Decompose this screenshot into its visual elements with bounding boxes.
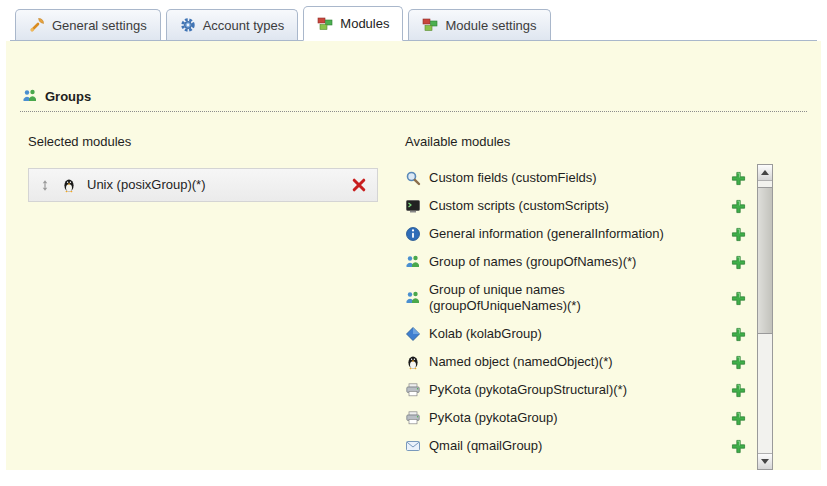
drag-icon[interactable]: [39, 178, 51, 193]
modules-icon: [422, 17, 438, 33]
available-modules-list: Custom fields (customFields) Custom scri…: [405, 164, 752, 470]
tab-account-types[interactable]: Account types: [166, 9, 299, 40]
tux-icon: [61, 177, 77, 193]
tab-label: General settings: [52, 18, 147, 33]
available-module-row: Group of names (groupOfNames)(*): [405, 248, 752, 276]
selected-modules-heading: Selected modules: [28, 134, 395, 150]
module-label: Group of names (groupOfNames)(*): [429, 254, 636, 270]
tab-label: Modules: [340, 16, 389, 31]
info-icon: [405, 226, 421, 242]
tab-general-settings[interactable]: General settings: [15, 9, 161, 40]
module-label: Unix (posixGroup)(*): [87, 177, 205, 193]
arrow-up-icon: [761, 170, 769, 175]
module-label: Kolab (kolabGroup): [429, 326, 542, 342]
add-icon[interactable]: [731, 439, 746, 454]
lam-configuration-page: General settings Account types Modules M…: [0, 0, 827, 486]
add-icon[interactable]: [731, 227, 746, 242]
module-label: General information (generalInformation): [429, 226, 664, 242]
selected-module-row[interactable]: Unix (posixGroup)(*): [28, 168, 378, 202]
section-header: Groups: [20, 88, 807, 112]
available-module-row: General information (generalInformation): [405, 220, 752, 248]
arrow-down-icon: [761, 459, 769, 464]
add-icon[interactable]: [731, 199, 746, 214]
available-module-row: Group of unique names (groupOfUniqueName…: [405, 276, 752, 320]
module-label: Group of unique names (groupOfUniqueName…: [429, 282, 697, 314]
tab-modules[interactable]: Modules: [303, 6, 403, 41]
add-icon[interactable]: [731, 383, 746, 398]
available-module-row: PyKota (pykotaGroup): [405, 404, 752, 432]
add-icon[interactable]: [731, 411, 746, 426]
tools-icon: [29, 17, 45, 33]
modules-columns: Selected modules Unix (posixGroup)(*) Av…: [20, 112, 807, 470]
gear-icon: [180, 17, 196, 33]
module-label: Qmail (qmailGroup): [429, 438, 542, 454]
scrollbar-up-button[interactable]: [758, 165, 772, 181]
tab-module-settings[interactable]: Module settings: [408, 9, 550, 40]
add-icon[interactable]: [731, 255, 746, 270]
kolab-icon: [405, 326, 421, 342]
tab-bar: General settings Account types Modules M…: [10, 8, 817, 41]
add-icon[interactable]: [731, 291, 746, 306]
delete-icon[interactable]: [351, 177, 367, 193]
module-label: Named object (namedObject)(*): [429, 354, 613, 370]
available-modules-column: Available modules Custom fields (customF…: [395, 134, 807, 470]
selected-modules-list: Unix (posixGroup)(*): [28, 168, 395, 202]
available-module-row: PyKota (pykotaGroupStructural)(*): [405, 376, 752, 404]
terminal-icon: [405, 198, 421, 214]
available-module-row: Qmail (qmailGroup): [405, 432, 752, 460]
available-modules-heading: Available modules: [405, 134, 773, 150]
module-label: PyKota (pykotaGroupStructural)(*): [429, 382, 627, 398]
group-icon: [22, 88, 38, 104]
scrollbar[interactable]: [757, 164, 773, 470]
available-module-row: Custom fields (customFields): [405, 164, 752, 192]
group-icon: [405, 290, 421, 306]
mail-icon: [405, 438, 421, 454]
tux-icon: [405, 354, 421, 370]
module-label: Custom fields (customFields): [429, 170, 597, 186]
module-label: Custom scripts (customScripts): [429, 198, 609, 214]
scrollbar-thumb[interactable]: [758, 187, 772, 334]
tab-label: Account types: [203, 18, 285, 33]
available-module-row: Kolab (kolabGroup): [405, 320, 752, 348]
magnifier-icon: [405, 170, 421, 186]
scrollbar-down-button[interactable]: [758, 453, 772, 469]
printer-icon: [405, 382, 421, 398]
modules-icon: [317, 16, 333, 32]
selected-modules-column: Selected modules Unix (posixGroup)(*): [20, 134, 395, 470]
content-area: Groups Selected modules Unix (posixGroup…: [6, 41, 821, 470]
add-icon[interactable]: [731, 327, 746, 342]
add-icon[interactable]: [731, 355, 746, 370]
scrollbar-track[interactable]: [758, 181, 772, 453]
group-icon: [405, 254, 421, 270]
tab-label: Module settings: [445, 18, 536, 33]
available-module-row: Custom scripts (customScripts): [405, 192, 752, 220]
section-title: Groups: [45, 89, 91, 104]
printer-icon: [405, 410, 421, 426]
add-icon[interactable]: [731, 171, 746, 186]
available-module-row: Named object (namedObject)(*): [405, 348, 752, 376]
module-label: PyKota (pykotaGroup): [429, 410, 558, 426]
